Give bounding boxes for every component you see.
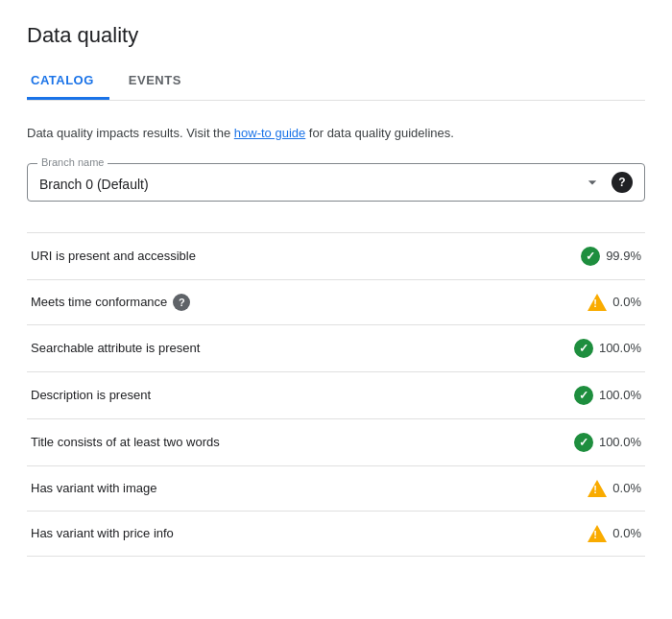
metric-value-title: 100.0%	[599, 435, 641, 449]
metric-value-uri: 99.9%	[606, 249, 641, 263]
quality-row-variant_price: Has variant with price info0.0%	[27, 512, 645, 557]
tab-catalog[interactable]: CATALOG	[27, 63, 109, 100]
metric-value-variant_image: 0.0%	[612, 481, 641, 495]
quality-row-description: Description is present100.0%	[27, 372, 645, 419]
branch-value: Branch 0 (Default)	[39, 173, 149, 192]
quality-row-title: Title consists of at least two words100.…	[27, 419, 645, 466]
metric-value-description: 100.0%	[599, 388, 641, 402]
check-icon-description	[574, 386, 593, 405]
metric-help-time[interactable]: ?	[173, 294, 190, 311]
metric-name-description: Description is present	[31, 388, 151, 402]
how-to-guide-link[interactable]: how-to guide	[234, 126, 305, 140]
check-icon-uri	[581, 247, 600, 266]
description-text: Data quality impacts results. Visit the …	[27, 124, 645, 144]
warning-icon-time	[588, 294, 607, 311]
quality-list: URI is present and accessible99.9%Meets …	[27, 232, 645, 557]
tabs-bar: CATALOG EVENTS	[27, 63, 645, 101]
branch-help-icon[interactable]: ?	[612, 172, 633, 193]
metric-name-time: Meets time conformance	[31, 295, 167, 309]
page-title: Data quality	[27, 23, 645, 48]
metric-value-variant_price: 0.0%	[612, 526, 641, 540]
branch-selector[interactable]: Branch name Branch 0 (Default) ?	[27, 163, 645, 202]
branch-field-wrapper: Branch name Branch 0 (Default) ?	[27, 163, 645, 202]
check-icon-searchable	[574, 339, 593, 358]
branch-icons: ?	[583, 172, 633, 193]
metric-name-uri: URI is present and accessible	[31, 249, 196, 263]
metric-name-title: Title consists of at least two words	[31, 435, 220, 449]
branch-label: Branch name	[37, 156, 108, 168]
metric-name-variant_price: Has variant with price info	[31, 526, 174, 540]
dropdown-icon[interactable]	[583, 173, 602, 192]
tab-events[interactable]: EVENTS	[125, 63, 197, 100]
quality-row-time: Meets time conformance?0.0%	[27, 280, 645, 325]
warning-icon-variant_image	[588, 480, 607, 497]
metric-value-time: 0.0%	[612, 295, 641, 309]
quality-row-searchable: Searchable attribute is present100.0%	[27, 325, 645, 372]
metric-name-searchable: Searchable attribute is present	[31, 341, 200, 355]
metric-name-variant_image: Has variant with image	[31, 481, 157, 495]
page-container: Data quality CATALOG EVENTS Data quality…	[0, 0, 672, 580]
quality-row-uri: URI is present and accessible99.9%	[27, 232, 645, 280]
metric-value-searchable: 100.0%	[599, 341, 641, 355]
check-icon-title	[574, 433, 593, 452]
warning-icon-variant_price	[588, 525, 607, 542]
quality-row-variant_image: Has variant with image0.0%	[27, 466, 645, 512]
